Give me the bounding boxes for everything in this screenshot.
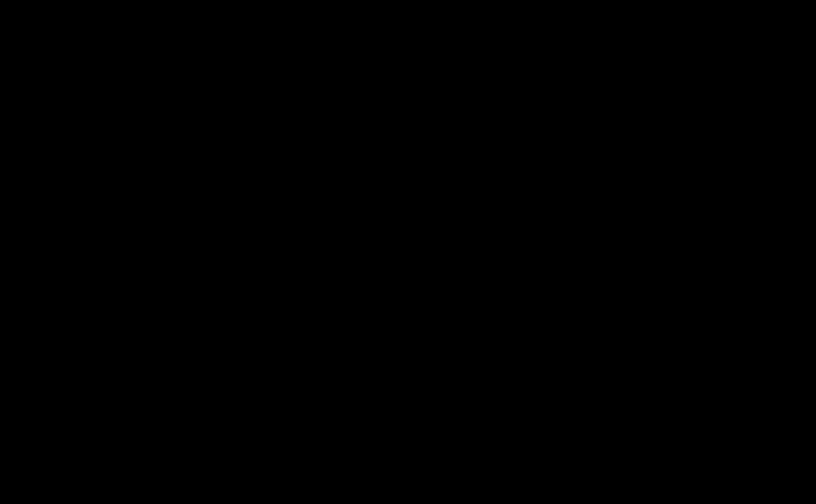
spectrogram-canvas [0,0,816,504]
spectrogram-figure [0,0,816,504]
